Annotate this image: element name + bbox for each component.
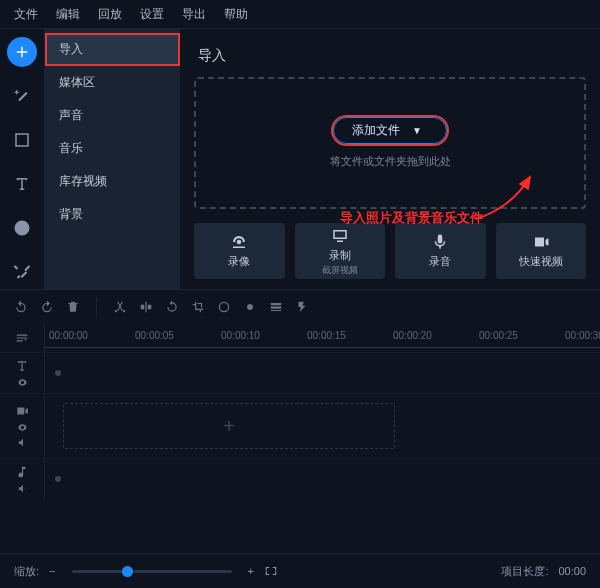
speaker-icon[interactable]	[17, 483, 28, 494]
action-strip: 录像 录制 截屏视频 录音 快速视频	[194, 223, 586, 279]
track-text[interactable]	[45, 353, 600, 393]
sidebar-item-import[interactable]: 导入	[45, 33, 180, 66]
ruler-tick: 00:00:30	[565, 330, 600, 341]
properties-icon[interactable]	[269, 300, 283, 314]
tool-crop[interactable]	[7, 125, 37, 155]
ruler-tick: 00:00:05	[135, 330, 174, 341]
redo-icon[interactable]	[40, 300, 54, 314]
sidebar-item-sound[interactable]: 声音	[45, 99, 180, 132]
sidebar-item-background[interactable]: 背景	[45, 198, 180, 231]
screen-icon	[331, 227, 349, 245]
ruler-tick: 00:00:25	[479, 330, 518, 341]
tool-tools[interactable]	[7, 257, 37, 287]
track-video[interactable]: +	[45, 394, 600, 458]
main-title: 导入	[198, 47, 586, 65]
speaker-icon[interactable]	[17, 437, 28, 448]
project-length-value: 00:00	[558, 565, 586, 577]
menubar: 文件 编辑 回放 设置 导出 帮助	[0, 0, 600, 29]
eye-icon[interactable]	[17, 377, 28, 388]
project-length-label: 项目长度:	[501, 564, 548, 579]
zoom-knob[interactable]	[122, 566, 133, 577]
left-toolbar	[0, 29, 45, 289]
menu-export[interactable]: 导出	[174, 2, 214, 27]
timeline: 00:00:00 00:00:05 00:00:10 00:00:15 00:0…	[0, 289, 600, 553]
sidebar-item-media[interactable]: 媒体区	[45, 66, 180, 99]
zoom-fit-icon[interactable]	[264, 564, 278, 578]
tool-add[interactable]	[7, 37, 37, 67]
crop-icon[interactable]	[191, 300, 205, 314]
zoom-slider[interactable]	[72, 570, 232, 573]
add-file-label: 添加文件	[352, 122, 400, 139]
dropzone[interactable]: 添加文件 ▼ 将文件或文件夹拖到此处	[194, 77, 586, 209]
track-head-video[interactable]	[0, 394, 45, 458]
sidebar-item-stock[interactable]: 库存视频	[45, 165, 180, 198]
undo-icon[interactable]	[14, 300, 28, 314]
rotate-icon[interactable]	[165, 300, 179, 314]
tool-text[interactable]	[7, 169, 37, 199]
menu-settings[interactable]: 设置	[132, 2, 172, 27]
chevron-down-icon: ▼	[412, 125, 422, 136]
time-ruler[interactable]: 00:00:00 00:00:05 00:00:10 00:00:15 00:0…	[45, 324, 600, 352]
sidebar: 导入 媒体区 声音 音乐 库存视频 背景	[45, 29, 180, 289]
timeline-toolbar	[0, 290, 600, 324]
menu-playback[interactable]: 回放	[90, 2, 130, 27]
track-head-text[interactable]	[0, 353, 45, 393]
record-icon[interactable]	[243, 300, 257, 314]
menu-file[interactable]: 文件	[6, 2, 46, 27]
ruler-tick: 00:00:00	[49, 330, 88, 341]
quick-icon	[532, 233, 550, 251]
sidebar-item-music[interactable]: 音乐	[45, 132, 180, 165]
empty-clip-slot[interactable]: +	[63, 403, 395, 449]
split-icon[interactable]	[139, 300, 153, 314]
ruler-tick: 00:00:15	[307, 330, 346, 341]
camera-icon	[230, 233, 248, 251]
action-label: 快速视频	[519, 254, 563, 269]
action-label: 录像	[228, 254, 250, 269]
zoom-label: 缩放:	[14, 564, 39, 579]
video-icon	[15, 404, 29, 418]
drop-hint: 将文件或文件夹拖到此处	[330, 154, 451, 169]
menu-edit[interactable]: 编辑	[48, 2, 88, 27]
main-panel: 导入 添加文件 ▼ 将文件或文件夹拖到此处 导入照片及背景音乐文件 录像 录制 …	[180, 29, 600, 289]
action-label: 录制	[329, 248, 351, 263]
svg-point-1	[247, 304, 253, 310]
cut-icon[interactable]	[113, 300, 127, 314]
ruler-tick: 00:00:10	[221, 330, 260, 341]
track-head-add[interactable]	[0, 324, 45, 352]
color-icon[interactable]	[217, 300, 231, 314]
menu-help[interactable]: 帮助	[216, 2, 256, 27]
action-quick-video[interactable]: 快速视频	[496, 223, 587, 279]
action-record-audio[interactable]: 录音	[395, 223, 486, 279]
action-sublabel: 截屏视频	[322, 266, 358, 275]
text-icon	[15, 359, 29, 373]
track-head-audio[interactable]	[0, 459, 45, 499]
mic-icon	[431, 233, 449, 251]
delete-icon[interactable]	[66, 300, 80, 314]
add-track-icon	[15, 331, 29, 345]
track-audio[interactable]	[45, 459, 600, 499]
zoom-out-icon[interactable]: −	[49, 565, 55, 577]
action-record-video[interactable]: 录像	[194, 223, 285, 279]
svg-point-0	[219, 302, 228, 311]
add-file-button[interactable]: 添加文件 ▼	[333, 117, 447, 144]
zoom-in-icon[interactable]: +	[248, 565, 254, 577]
tool-time[interactable]	[7, 213, 37, 243]
tool-magic[interactable]	[7, 81, 37, 111]
ruler-tick: 00:00:20	[393, 330, 432, 341]
marker-icon[interactable]	[295, 300, 309, 314]
footer: 缩放: − + 项目长度: 00:00	[0, 553, 600, 588]
action-label: 录音	[429, 254, 451, 269]
action-record-screen[interactable]: 录制 截屏视频	[295, 223, 386, 279]
music-icon	[15, 465, 29, 479]
eye-icon[interactable]	[17, 422, 28, 433]
